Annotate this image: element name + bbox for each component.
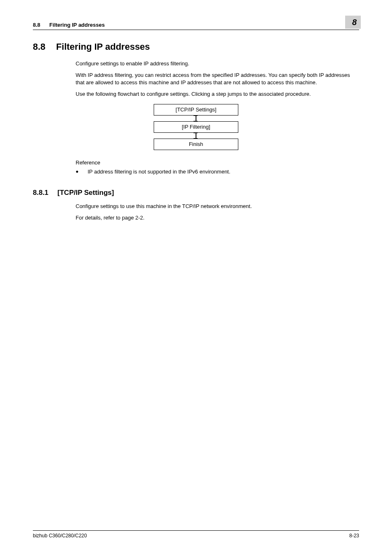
subsection-heading: 8.8.1 [TCP/IP Settings] <box>33 188 359 198</box>
section-title: Filtering IP addresses <box>56 41 150 53</box>
footer-product: bizhub C360/C280/C220 <box>33 532 87 539</box>
flowchart-step-ipfiltering[interactable]: [IP Filtering] <box>154 121 238 133</box>
paragraph: Configure settings to enable IP address … <box>76 60 359 67</box>
section-heading: 8.8 Filtering IP addresses <box>33 41 359 53</box>
paragraph: For details, refer to page 2-2. <box>76 214 359 222</box>
bullet-item: ● IP address filtering is not supported … <box>76 168 359 176</box>
header-section-title: Filtering IP addresses <box>49 21 105 29</box>
flowchart: [TCP/IP Settings] [IP Filtering] Finish <box>33 104 359 150</box>
page-footer: bizhub C360/C280/C220 8-23 <box>33 530 359 539</box>
bullet-text: IP address filtering is not supported in… <box>88 168 230 176</box>
flowchart-connector <box>196 133 196 139</box>
paragraph: Configure settings to use this machine i… <box>76 203 359 210</box>
flowchart-step-finish: Finish <box>154 139 238 150</box>
flowchart-step-tcpip[interactable]: [TCP/IP Settings] <box>154 104 238 116</box>
paragraph: With IP address filtering, you can restr… <box>76 72 359 86</box>
footer-page-number: 8-23 <box>349 532 359 539</box>
section-number: 8.8 <box>33 41 46 53</box>
subsection-title: [TCP/IP Settings] <box>58 188 114 198</box>
running-header: 8.8 Filtering IP addresses 8 <box>33 16 359 30</box>
bullet-dot-icon: ● <box>76 168 78 176</box>
flowchart-connector <box>196 116 196 121</box>
paragraph: Use the following flowchart to configure… <box>76 90 359 98</box>
subsection-number: 8.8.1 <box>33 188 48 198</box>
header-section-num: 8.8 <box>33 21 40 29</box>
chapter-tab: 8 <box>345 16 361 29</box>
reference-label: Reference <box>76 159 359 166</box>
